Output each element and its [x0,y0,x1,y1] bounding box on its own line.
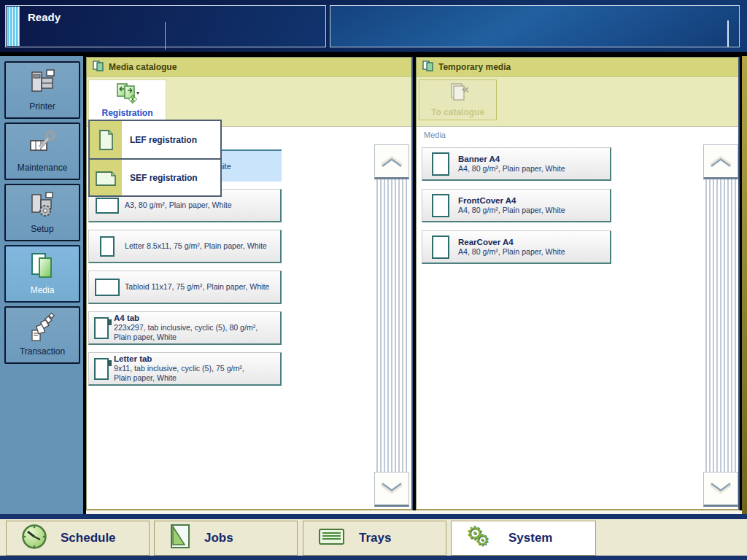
media-item-desc: A4, 80 g/m², Plain paper, White [458,206,565,215]
temp-media-item-frontcover-a4[interactable]: FrontCover A4 A4, 80 g/m², Plain paper, … [422,189,611,222]
registration-button-label: Registration [101,108,152,118]
tab-label: Jobs [204,531,233,545]
transaction-icon [6,308,79,346]
bottom-separator [0,514,747,519]
media-catalogue-toolbar: Registration [87,77,411,126]
maintenance-icon [6,124,79,163]
media-item-tabloid[interactable]: Tabloid 11x17, 75 g/m², Plain paper, Whi… [88,271,282,304]
screen-bottom-edge [0,556,747,560]
paper-landscape-icon [89,198,125,214]
to-catalogue-icon [446,82,471,106]
top-status-bar: Ready [0,0,747,52]
tab-label: Trays [359,531,391,545]
tab-jobs[interactable]: Jobs [154,521,298,556]
sidebar-item-label: Printer [29,101,55,112]
media-item-desc: 223x297, tab inclusive, cyclic (5), 80 g… [114,323,258,332]
temp-media-item-rearcover-a4[interactable]: RearCover A4 A4, 80 g/m², Plain paper, W… [422,230,611,264]
media-item-desc: A4, 80 g/m², Plain paper, White [458,247,565,257]
sidebar-item-printer[interactable]: Printer [4,61,80,119]
paper-tab-icon [89,358,114,380]
to-catalogue-button[interactable]: To catalogue [419,79,497,120]
tab-trays[interactable]: Trays [303,521,446,556]
temporary-media-toolbar: To catalogue [417,77,738,126]
secondary-status-panel [330,5,740,47]
bottom-navigation-bar: Schedule Jobs Trays ⚙⚙ System [0,519,747,556]
scroll-up-button[interactable] [374,144,409,179]
media-item-desc2: Plain paper, White [114,373,244,383]
screen-right-edge [742,56,747,514]
media-section-label: Media [417,126,738,143]
printer-status-panel: Ready [5,5,326,47]
scrollbar-track[interactable] [703,179,738,472]
setup-icon [6,185,79,224]
sidebar-item-setup[interactable]: Setup [4,184,80,241]
media-item-desc: Letter 8.5x11, 75 g/m², Plain paper, Whi… [125,241,267,251]
to-catalogue-button-label: To catalogue [431,107,484,117]
registration-icon [115,82,140,106]
sidebar-item-transaction[interactable]: Transaction [4,306,80,364]
scroll-down-button[interactable] [374,472,409,507]
temporary-media-panel: Temporary media To catalogue Media [416,57,740,510]
scrollbar-track[interactable] [374,179,409,472]
media-item-title: Banner A4 [458,155,565,164]
media-icon [6,246,79,285]
tab-system[interactable]: ⚙⚙ System [451,521,596,556]
paper-portrait-icon [422,152,458,176]
sef-page-icon [90,160,122,195]
scroll-down-button[interactable] [703,472,738,507]
sidebar-item-label: Transaction [20,346,65,357]
media-item-a4-tab[interactable]: A4 tab 223x297, tab inclusive, cyclic (5… [88,311,282,345]
chevron-down-icon [707,482,735,495]
media-item-desc: 9x11, tab inclusive, cyclic (5), 75 g/m²… [114,364,244,373]
printer-icon [6,63,79,101]
panel-title: Temporary media [438,62,511,72]
registration-button[interactable]: Registration [88,79,166,120]
paper-tab-icon [89,317,114,339]
media-item-desc: A3, 80 g/m², Plain paper, White [125,201,232,210]
chevron-up-icon [378,155,406,168]
menu-item-sef-registration[interactable]: SEF registration [90,158,220,195]
sidebar-item-media[interactable]: Media [4,245,80,303]
media-item-desc2: Plain paper, White [114,332,258,342]
chevron-up-icon [707,155,735,168]
paper-portrait-icon [422,236,458,259]
jobs-page-icon [169,524,191,553]
media-item-title: RearCover A4 [458,238,565,247]
left-sidebar: Printer Maintenance Setup [0,56,83,514]
media-item-letter-tab[interactable]: Letter tab 9x11, tab inclusive, cyclic (… [88,352,282,386]
paper-portrait-icon [89,236,125,257]
trays-icon [318,527,346,549]
media-pages-icon [93,61,104,74]
system-gears-icon: ⚙⚙ [466,525,495,551]
menu-item-lef-registration[interactable]: LEF registration [90,121,220,158]
media-item-letter[interactable]: Letter 8.5x11, 75 g/m², Plain paper, Whi… [88,230,282,263]
media-item-title: A4 tab [114,314,258,323]
menu-item-label: SEF registration [122,160,198,195]
media-catalogue-header: Media catalogue [87,58,411,77]
media-item-desc: A4, 80 g/m², Plain paper, White [458,164,565,174]
schedule-clock-icon [21,524,47,553]
media-item-desc: Tabloid 11x17, 75 g/m², Plain paper, Whi… [125,282,269,292]
status-panel-divider [165,22,166,50]
tab-schedule[interactable]: Schedule [6,521,150,556]
printer-status-text: Ready [28,11,61,23]
sidebar-item-label: Maintenance [18,163,68,173]
sidebar-item-label: Media [31,285,55,295]
paper-portrait-icon [422,194,458,217]
sidebar-item-maintenance[interactable]: Maintenance [4,122,80,180]
panel-title: Media catalogue [109,62,177,72]
sidebar-item-label: Setup [31,224,53,234]
chevron-down-icon [378,482,406,495]
menu-item-label: LEF registration [122,121,197,158]
tab-label: System [508,531,552,545]
media-item-title: FrontCover A4 [458,196,565,206]
media-item-title: Letter tab [114,354,244,364]
temp-media-item-banner-a4[interactable]: Banner A4 A4, 80 g/m², Plain paper, Whit… [422,147,611,181]
secondary-panel-divider [727,20,729,47]
paper-landscape-icon [89,279,125,296]
temporary-media-header: Temporary media [417,58,738,77]
tab-label: Schedule [61,531,116,545]
registration-dropdown-menu: LEF registration SEF registration [88,120,222,197]
status-stripe-indicator-icon [7,7,20,46]
scroll-up-button[interactable] [703,144,738,179]
